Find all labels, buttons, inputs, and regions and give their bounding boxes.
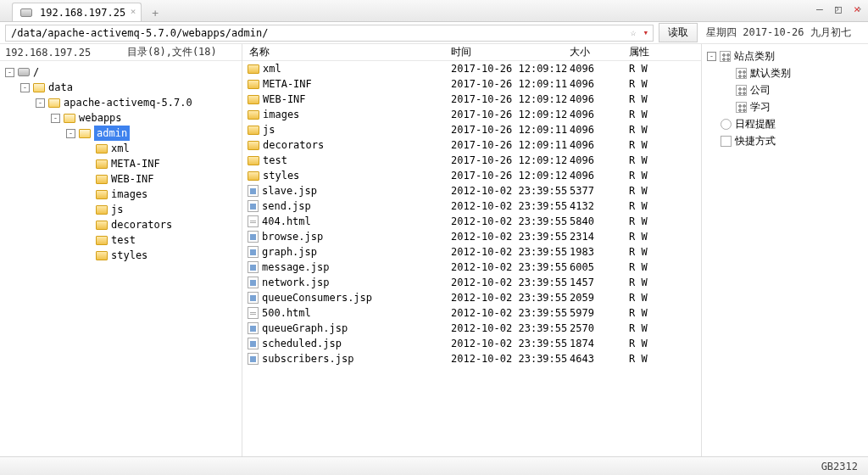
close-window-icon[interactable]: ×: [851, 3, 863, 15]
tree-child[interactable]: decorators: [2, 217, 240, 232]
col-time[interactable]: 时间: [451, 45, 570, 59]
tree-child[interactable]: test: [2, 232, 240, 248]
file-name: decorators: [263, 139, 324, 151]
date-info: 星期四 2017-10-26 九月初七: [698, 25, 863, 40]
file-name: queueGraph.jsp: [262, 322, 348, 334]
table-row[interactable]: browse.jsp2012-10-02 23:39:552314R W: [242, 229, 701, 244]
path-bar: /data/apache-activemq-5.7.0/webapps/admi…: [0, 22, 868, 44]
table-row[interactable]: styles2017-10-26 12:09:124096R W: [242, 168, 701, 183]
file-name: subscribers.jsp: [262, 353, 353, 365]
clock-icon: [721, 119, 732, 130]
tab-label: 192.168.197.25: [40, 7, 125, 19]
file-time: 2017-10-26 12:09:12: [451, 93, 570, 105]
file-attr: R W: [629, 338, 671, 349]
table-row[interactable]: queueGraph.jsp2012-10-02 23:39:552570R W: [242, 321, 701, 336]
file-name: send.jsp: [262, 200, 311, 212]
file-time: 2017-10-26 12:09:12: [451, 170, 570, 182]
list-header: 名称 时间 大小 属性: [242, 44, 701, 61]
folder-icon: [95, 158, 108, 170]
file-time: 2012-10-02 23:39:55: [451, 246, 570, 258]
minimize-icon[interactable]: –: [814, 3, 826, 15]
table-row[interactable]: WEB-INF2017-10-26 12:09:124096R W: [242, 92, 701, 107]
file-name: META-INF: [263, 78, 312, 90]
table-row[interactable]: queueConsumers.jsp2012-10-02 23:39:55205…: [242, 290, 701, 305]
directory-tree[interactable]: -/ -data -apache-activemq-5.7.0 -webapps…: [0, 61, 242, 456]
table-row[interactable]: decorators2017-10-26 12:09:114096R W: [242, 137, 701, 153]
tree-admin[interactable]: -admin: [2, 126, 240, 141]
table-row[interactable]: scheduled.jsp2012-10-02 23:39:551874R W: [242, 336, 701, 351]
table-row[interactable]: slave.jsp2012-10-02 23:39:555377R W: [242, 183, 701, 198]
dropdown-icon[interactable]: ▾: [640, 27, 651, 38]
col-size[interactable]: 大小: [570, 45, 629, 59]
file-list-body[interactable]: xml2017-10-26 12:09:124096R WMETA-INF201…: [242, 61, 701, 456]
tree-summary: 目录(8),文件(18): [127, 45, 242, 59]
table-row[interactable]: 500.html2012-10-02 23:39:555979R W: [242, 305, 701, 321]
encoding-label[interactable]: GB2312: [821, 461, 858, 472]
html-file-icon: [248, 307, 259, 319]
file-size: 4096: [570, 63, 629, 75]
side-default[interactable]: 默认类别: [707, 64, 863, 81]
read-button[interactable]: 读取: [659, 23, 698, 42]
col-name[interactable]: 名称: [242, 45, 451, 59]
close-icon[interactable]: ×: [128, 7, 138, 17]
tree-child[interactable]: js: [2, 202, 240, 217]
folder-icon: [248, 110, 259, 120]
table-row[interactable]: message.jsp2012-10-02 23:39:556005R W: [242, 260, 701, 275]
table-row[interactable]: images2017-10-26 12:09:124096R W: [242, 107, 701, 122]
file-attr: R W: [629, 93, 671, 105]
collapse-icon[interactable]: -: [66, 129, 75, 138]
star-icon[interactable]: ☆: [628, 27, 639, 38]
table-row[interactable]: test2017-10-26 12:09:124096R W: [242, 153, 701, 168]
path-input[interactable]: /data/apache-activemq-5.7.0/webapps/admi…: [5, 25, 654, 42]
tree-child[interactable]: images: [2, 187, 240, 202]
collapse-icon[interactable]: -: [707, 52, 716, 61]
tab-session[interactable]: 192.168.197.25 ×: [12, 3, 142, 21]
file-time: 2012-10-02 23:39:55: [451, 338, 570, 349]
folder-icon: [95, 142, 108, 154]
side-reminder[interactable]: 日程提醒: [707, 115, 863, 132]
file-name: js: [263, 124, 275, 136]
folder-icon: [47, 97, 61, 109]
file-time: 2012-10-02 23:39:55: [451, 353, 570, 365]
collapse-icon[interactable]: -: [51, 114, 60, 123]
table-row[interactable]: 404.html2012-10-02 23:39:555840R W: [242, 214, 701, 229]
table-row[interactable]: network.jsp2012-10-02 23:39:551457R W: [242, 275, 701, 290]
new-tab-button[interactable]: +: [147, 6, 164, 21]
table-row[interactable]: js2017-10-26 12:09:114096R W: [242, 122, 701, 137]
tree-child[interactable]: styles: [2, 248, 240, 263]
tree-child[interactable]: META-INF: [2, 156, 240, 171]
jsp-file-icon: [248, 338, 259, 349]
file-attr: R W: [629, 124, 671, 136]
file-attr: R W: [629, 353, 671, 365]
file-size: 5840: [570, 215, 629, 227]
table-row[interactable]: send.jsp2012-10-02 23:39:554132R W: [242, 198, 701, 214]
collapse-icon[interactable]: -: [5, 68, 14, 77]
side-study[interactable]: 学习: [707, 98, 863, 115]
side-company[interactable]: 公司: [707, 81, 863, 98]
table-row[interactable]: graph.jsp2012-10-02 23:39:551983R W: [242, 244, 701, 260]
tree-child[interactable]: xml: [2, 141, 240, 156]
jsp-file-icon: [248, 353, 259, 365]
folder-icon: [32, 81, 46, 93]
file-time: 2017-10-26 12:09:11: [451, 78, 570, 90]
maximize-icon[interactable]: □: [832, 3, 844, 15]
col-attr[interactable]: 属性: [629, 45, 671, 59]
table-row[interactable]: subscribers.jsp2012-10-02 23:39:554643R …: [242, 351, 701, 366]
file-attr: R W: [629, 292, 671, 304]
table-row[interactable]: xml2017-10-26 12:09:124096R W: [242, 61, 701, 76]
tree-root[interactable]: -/: [2, 64, 240, 80]
side-site-category[interactable]: -站点类别: [707, 48, 863, 64]
path-text: /data/apache-activemq-5.7.0/webapps/admi…: [11, 27, 268, 39]
tree-amq[interactable]: -apache-activemq-5.7.0: [2, 95, 240, 110]
folder-icon: [248, 126, 259, 135]
side-shortcut[interactable]: 快捷方式: [707, 132, 863, 149]
collapse-icon[interactable]: -: [36, 98, 45, 108]
table-row[interactable]: META-INF2017-10-26 12:09:114096R W: [242, 76, 701, 92]
file-name: styles: [263, 170, 299, 182]
tree-child[interactable]: WEB-INF: [2, 171, 240, 187]
tree-webapps[interactable]: -webapps: [2, 110, 240, 126]
folder-icon: [78, 127, 92, 139]
tree-data[interactable]: -data: [2, 80, 240, 95]
category-icon: [720, 51, 731, 62]
collapse-icon[interactable]: -: [20, 83, 30, 92]
